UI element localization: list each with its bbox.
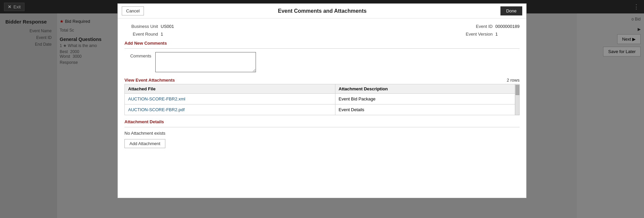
attachments-table-wrapper: Attached File Attachment Description AUC…: [124, 84, 520, 115]
modal-overlay: Cancel Event Comments and Attachments Do…: [0, 0, 644, 218]
no-attachment-text: No Attachment exists: [124, 131, 520, 136]
attachment-details-heading: Attachment Details: [124, 119, 520, 124]
event-id-value: 0000000189: [495, 24, 520, 29]
attachment-description-cell: Event Details: [335, 104, 519, 115]
add-attachment-button[interactable]: Add Attachment: [124, 139, 165, 148]
business-unit-label: Business Unit: [124, 24, 158, 29]
attachments-table: Attached File Attachment Description AUC…: [124, 84, 520, 115]
col-attached-file: Attached File: [125, 84, 335, 94]
event-round-row: Event Round 1: [124, 32, 174, 37]
done-button[interactable]: Done: [500, 6, 522, 15]
comments-row: Comments: [124, 52, 520, 72]
info-right: Event ID 0000000189 Event Version 1: [459, 24, 520, 37]
event-id-row: Event ID 0000000189: [459, 24, 520, 29]
attachment-details-divider: [124, 127, 520, 127]
comments-divider: [124, 48, 520, 49]
info-grid: Business Unit US001 Event Round 1 Event …: [124, 24, 520, 37]
event-id-label: Event ID: [459, 24, 493, 29]
comments-input[interactable]: [155, 52, 256, 72]
cancel-button[interactable]: Cancel: [122, 6, 144, 15]
info-left: Business Unit US001 Event Round 1: [124, 24, 174, 37]
event-round-value: 1: [161, 32, 163, 37]
modal-header: Cancel Event Comments and Attachments Do…: [118, 4, 526, 18]
table-row: AUCTION-SCORE-FBR2.pdfEvent Details: [125, 104, 520, 115]
attachments-header: View Event Attachments 2 rows: [124, 78, 520, 83]
file-link[interactable]: AUCTION-SCORE-FBR2.pdf: [128, 107, 184, 112]
comments-label: Comments: [124, 52, 151, 58]
event-version-value: 1: [495, 32, 498, 37]
scrollbar-thumb: [516, 85, 520, 95]
event-round-label: Event Round: [124, 32, 158, 37]
event-version-label: Event Version: [459, 32, 493, 37]
attachment-file-cell: AUCTION-SCORE-FBR2.pdf: [125, 104, 335, 115]
table-row: AUCTION-SCORE-FBR2.xmlEvent Bid Package: [125, 94, 520, 104]
view-attachments-heading: View Event Attachments: [124, 78, 175, 83]
attachment-file-cell: AUCTION-SCORE-FBR2.xml: [125, 94, 335, 104]
business-unit-row: Business Unit US001: [124, 24, 174, 29]
business-unit-value: US001: [161, 24, 174, 29]
modal-dialog: Cancel Event Comments and Attachments Do…: [117, 3, 527, 198]
attachment-description-cell: Event Bid Package: [335, 94, 519, 104]
add-attachment-label: Add Attachment: [129, 141, 160, 146]
table-header-row: Attached File Attachment Description: [125, 84, 520, 94]
table-scrollbar[interactable]: [515, 84, 520, 115]
file-link[interactable]: AUCTION-SCORE-FBR2.xml: [128, 96, 185, 101]
modal-body: Business Unit US001 Event Round 1 Event …: [118, 18, 526, 198]
attachment-details-section: Attachment Details No Attachment exists …: [124, 119, 520, 148]
modal-title: Event Comments and Attachments: [144, 8, 500, 14]
rows-count: 2 rows: [507, 78, 520, 83]
add-comments-heading: Add New Comments: [124, 41, 520, 46]
col-attachment-description: Attachment Description: [335, 84, 519, 94]
event-version-row: Event Version 1: [459, 32, 520, 37]
